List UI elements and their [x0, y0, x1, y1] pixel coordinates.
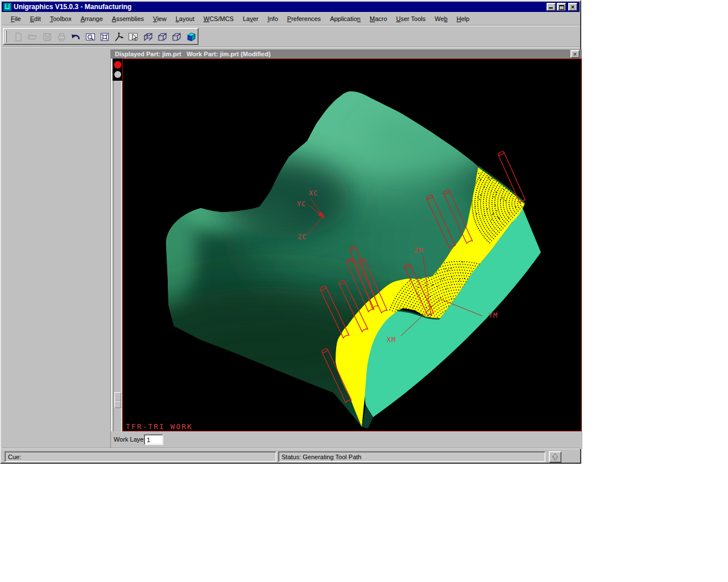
toolbar-print-button	[55, 30, 68, 44]
graphics-viewport[interactable]: XC YC ZC ZM XM YM TFR-TRI WORK	[122, 59, 582, 431]
wcs-z-label: ZC	[297, 233, 307, 241]
stop-red-light-icon	[114, 61, 122, 69]
status-bar: Cue: Status: Generating Tool Path	[2, 448, 580, 463]
strip-scrollbar[interactable]	[113, 81, 122, 431]
wcs-x-label: XC	[309, 189, 318, 197]
maximize-button[interactable]	[557, 3, 566, 11]
toolbar-grip[interactable]	[5, 31, 7, 43]
status-panel: Status: Generating Tool Path	[278, 451, 545, 462]
menu-help[interactable]: Help	[457, 15, 470, 22]
toolbar-rotate-view-button[interactable]	[141, 30, 155, 44]
toolbar-zoom-view-button[interactable]	[84, 30, 97, 44]
mcs-z-label: ZM	[414, 247, 423, 255]
mcs-y-label: YM	[489, 311, 498, 319]
menu-file[interactable]: File	[11, 15, 21, 22]
toolbar-fit-view-button[interactable]	[98, 30, 111, 44]
interrupt-strip	[111, 59, 122, 431]
graphics-window-title: Displayed Part: jim.prt Work Part: jim.p…	[115, 51, 271, 57]
menu-preferences[interactable]: Preferences	[287, 15, 321, 22]
graphics-window-header[interactable]: Displayed Part: jim.prt Work Part: jim.p…	[111, 49, 582, 59]
menu-edit[interactable]: Edit	[30, 15, 41, 22]
work-layer-input[interactable]: 1	[144, 434, 163, 445]
minimize-button[interactable]	[547, 3, 556, 11]
menu-application[interactable]: Application	[330, 15, 361, 22]
window-title: Unigraphics V15.0.3 - Manufacturing	[14, 3, 131, 11]
graphics-close-icon[interactable]: ×	[570, 50, 580, 58]
menu-web[interactable]: Web	[435, 15, 447, 22]
strip-scrollbar-thumb[interactable]	[114, 392, 121, 408]
toolbar-row	[2, 25, 580, 47]
toolbar-select-view-button[interactable]	[126, 30, 140, 44]
menu-arrange[interactable]: Arrange	[81, 15, 103, 22]
close-button[interactable]: ×	[568, 3, 577, 11]
menu-wcs-mcs[interactable]: WCS/MCS	[204, 15, 234, 22]
cue-panel: Cue:	[5, 451, 276, 462]
menu-layout[interactable]: Layout	[176, 15, 195, 22]
toolbar-undo-button[interactable]	[69, 30, 82, 44]
status-scroll-button[interactable]	[549, 451, 561, 463]
toolbar-pan-view-button[interactable]	[155, 30, 169, 44]
scroll-up-icon	[549, 452, 561, 462]
application-window: Unigraphics V15.0.3 - Manufacturing × Fi…	[0, 0, 581, 464]
app-icon[interactable]	[3, 3, 11, 11]
work-layer-label: Work Layer	[114, 436, 146, 443]
toolbar	[3, 28, 198, 45]
menu-user-tools[interactable]: User Tools	[396, 15, 426, 22]
menu-view[interactable]: View	[153, 15, 167, 22]
menu-info[interactable]: Info	[267, 15, 278, 22]
menu-assemblies[interactable]: Assemblies	[112, 15, 144, 22]
wcs-y-label: YC	[297, 200, 306, 208]
menu-bar: File Edit Toolbox Arrange Assemblies Vie…	[2, 13, 580, 25]
toolbar-shaded-view-button[interactable]	[184, 30, 198, 44]
title-bar[interactable]: Unigraphics V15.0.3 - Manufacturing ×	[2, 2, 580, 12]
menu-toolbox[interactable]: Toolbox	[50, 15, 72, 22]
toolbar-open-button	[26, 30, 39, 44]
toolbar-save-button	[40, 30, 54, 44]
menu-layer[interactable]: Layer	[243, 15, 259, 22]
work-layer-row: Work Layer 1	[111, 431, 582, 449]
toolbar-wireframe-view-button[interactable]	[169, 30, 183, 44]
toolbar-new-button	[11, 30, 25, 44]
stop-dither-light-icon	[114, 71, 121, 78]
stop-light[interactable]	[113, 59, 123, 81]
mcs-x-label: XM	[387, 336, 396, 344]
view-name-label: TFR-TRI WORK	[126, 422, 193, 431]
menu-macro[interactable]: Macro	[370, 15, 387, 22]
toolbar-csys-button[interactable]	[112, 30, 126, 44]
